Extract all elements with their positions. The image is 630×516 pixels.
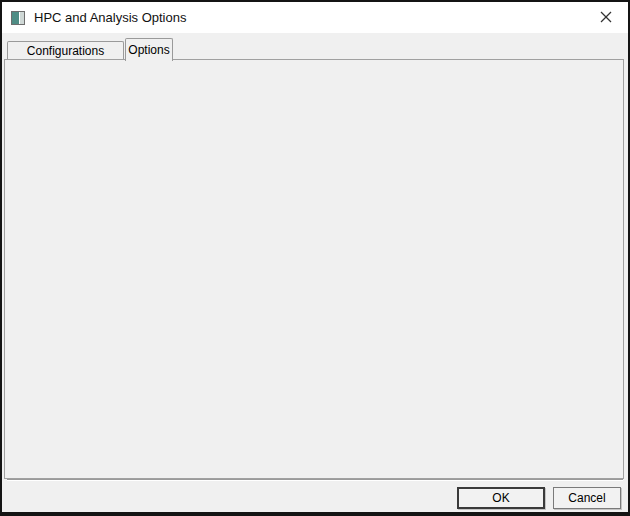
options-tab-page (4, 59, 624, 479)
titlebar: HPC and Analysis Options (2, 2, 628, 33)
tab-options[interactable]: Options (125, 38, 173, 61)
window-title: HPC and Analysis Options (34, 10, 186, 25)
ok-button[interactable]: OK (457, 487, 545, 509)
app-icon (11, 11, 25, 25)
cancel-button[interactable]: Cancel (553, 487, 621, 509)
bottom-divider (7, 479, 623, 481)
close-button[interactable] (592, 5, 620, 29)
tab-configurations[interactable]: Configurations (7, 41, 124, 60)
close-icon (600, 11, 612, 23)
hpc-analysis-options-dialog: HPC and Analysis Options Configurations … (0, 0, 630, 516)
tab-configurations-label: Configurations (27, 44, 104, 58)
tab-options-label: Options (128, 43, 169, 57)
